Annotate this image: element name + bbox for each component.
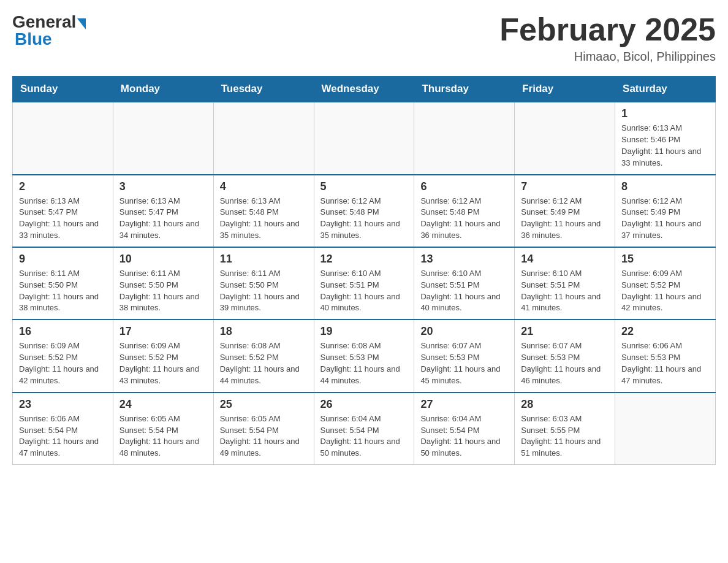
table-row: 25Sunrise: 6:05 AM Sunset: 5:54 PM Dayli… [213,393,314,465]
day-number: 20 [420,325,508,338]
table-row [13,102,113,174]
table-row: 3Sunrise: 6:13 AM Sunset: 5:47 PM Daylig… [113,175,213,247]
table-row: 26Sunrise: 6:04 AM Sunset: 5:54 PM Dayli… [314,393,414,465]
table-row [515,102,615,174]
location-subtitle: Himaao, Bicol, Philippines [499,50,716,64]
day-info: Sunrise: 6:10 AM Sunset: 5:51 PM Dayligh… [320,268,408,314]
table-row: 4Sunrise: 6:13 AM Sunset: 5:48 PM Daylig… [213,175,314,247]
logo-arrow-icon [77,18,86,29]
day-number: 10 [119,253,207,266]
table-row: 8Sunrise: 6:12 AM Sunset: 5:49 PM Daylig… [615,175,716,247]
day-number: 23 [19,398,107,411]
day-info: Sunrise: 6:06 AM Sunset: 5:53 PM Dayligh… [621,340,709,386]
day-number: 21 [521,325,609,338]
calendar-table: Sunday Monday Tuesday Wednesday Thursday… [12,76,716,465]
day-info: Sunrise: 6:12 AM Sunset: 5:49 PM Dayligh… [621,196,709,242]
day-number: 5 [320,180,408,193]
day-info: Sunrise: 6:12 AM Sunset: 5:49 PM Dayligh… [521,196,609,242]
table-row: 23Sunrise: 6:06 AM Sunset: 5:54 PM Dayli… [13,393,113,465]
day-info: Sunrise: 6:03 AM Sunset: 5:55 PM Dayligh… [521,413,609,459]
table-row: 6Sunrise: 6:12 AM Sunset: 5:48 PM Daylig… [414,175,515,247]
day-info: Sunrise: 6:13 AM Sunset: 5:48 PM Dayligh… [220,196,308,242]
day-info: Sunrise: 6:13 AM Sunset: 5:47 PM Dayligh… [119,196,207,242]
table-row: 13Sunrise: 6:10 AM Sunset: 5:51 PM Dayli… [414,247,515,320]
table-row: 24Sunrise: 6:05 AM Sunset: 5:54 PM Dayli… [113,393,213,465]
day-info: Sunrise: 6:09 AM Sunset: 5:52 PM Dayligh… [621,268,709,314]
table-row: 14Sunrise: 6:10 AM Sunset: 5:51 PM Dayli… [515,247,615,320]
day-info: Sunrise: 6:04 AM Sunset: 5:54 PM Dayligh… [420,413,508,459]
day-number: 1 [621,107,709,120]
table-row: 19Sunrise: 6:08 AM Sunset: 5:53 PM Dayli… [314,320,414,392]
day-info: Sunrise: 6:07 AM Sunset: 5:53 PM Dayligh… [420,340,508,386]
day-number: 6 [420,180,508,193]
day-number: 16 [19,325,107,338]
day-info: Sunrise: 6:04 AM Sunset: 5:54 PM Dayligh… [320,413,408,459]
table-row: 12Sunrise: 6:10 AM Sunset: 5:51 PM Dayli… [314,247,414,320]
day-info: Sunrise: 6:13 AM Sunset: 5:46 PM Dayligh… [621,123,709,169]
table-row [113,102,213,174]
calendar-week-row: 16Sunrise: 6:09 AM Sunset: 5:52 PM Dayli… [13,320,716,392]
day-number: 7 [521,180,609,193]
day-number: 18 [220,325,308,338]
table-row: 5Sunrise: 6:12 AM Sunset: 5:48 PM Daylig… [314,175,414,247]
title-area: February 2025 Himaao, Bicol, Philippines [499,12,716,64]
day-info: Sunrise: 6:11 AM Sunset: 5:50 PM Dayligh… [220,268,308,314]
table-row [615,393,716,465]
day-number: 27 [420,398,508,411]
day-number: 8 [621,180,709,193]
day-number: 9 [19,253,107,266]
table-row: 10Sunrise: 6:11 AM Sunset: 5:50 PM Dayli… [113,247,213,320]
table-row: 2Sunrise: 6:13 AM Sunset: 5:47 PM Daylig… [13,175,113,247]
table-row: 21Sunrise: 6:07 AM Sunset: 5:53 PM Dayli… [515,320,615,392]
table-row: 15Sunrise: 6:09 AM Sunset: 5:52 PM Dayli… [615,247,716,320]
page-header: General Blue February 2025 Himaao, Bicol… [12,12,716,64]
day-number: 22 [621,325,709,338]
logo-blue-text: Blue [13,29,52,49]
calendar-header-row: Sunday Monday Tuesday Wednesday Thursday… [13,77,716,102]
logo: General Blue [12,12,86,49]
day-info: Sunrise: 6:08 AM Sunset: 5:52 PM Dayligh… [220,340,308,386]
header-sunday: Sunday [13,77,113,102]
table-row [414,102,515,174]
day-number: 3 [119,180,207,193]
day-number: 11 [220,253,308,266]
header-thursday: Thursday [414,77,515,102]
header-saturday: Saturday [615,77,716,102]
table-row: 11Sunrise: 6:11 AM Sunset: 5:50 PM Dayli… [213,247,314,320]
header-monday: Monday [113,77,213,102]
day-info: Sunrise: 6:11 AM Sunset: 5:50 PM Dayligh… [119,268,207,314]
day-info: Sunrise: 6:09 AM Sunset: 5:52 PM Dayligh… [19,340,107,386]
day-info: Sunrise: 6:13 AM Sunset: 5:47 PM Dayligh… [19,196,107,242]
month-title: February 2025 [499,12,716,47]
table-row [213,102,314,174]
day-info: Sunrise: 6:10 AM Sunset: 5:51 PM Dayligh… [521,268,609,314]
header-friday: Friday [515,77,615,102]
day-number: 14 [521,253,609,266]
table-row: 9Sunrise: 6:11 AM Sunset: 5:50 PM Daylig… [13,247,113,320]
table-row: 18Sunrise: 6:08 AM Sunset: 5:52 PM Dayli… [213,320,314,392]
header-wednesday: Wednesday [314,77,414,102]
day-info: Sunrise: 6:10 AM Sunset: 5:51 PM Dayligh… [420,268,508,314]
day-info: Sunrise: 6:11 AM Sunset: 5:50 PM Dayligh… [19,268,107,314]
day-info: Sunrise: 6:07 AM Sunset: 5:53 PM Dayligh… [521,340,609,386]
day-number: 28 [521,398,609,411]
table-row: 20Sunrise: 6:07 AM Sunset: 5:53 PM Dayli… [414,320,515,392]
calendar-week-row: 23Sunrise: 6:06 AM Sunset: 5:54 PM Dayli… [13,393,716,465]
day-number: 19 [320,325,408,338]
day-number: 25 [220,398,308,411]
day-number: 13 [420,253,508,266]
day-number: 12 [320,253,408,266]
table-row: 28Sunrise: 6:03 AM Sunset: 5:55 PM Dayli… [515,393,615,465]
header-tuesday: Tuesday [213,77,314,102]
calendar-week-row: 1Sunrise: 6:13 AM Sunset: 5:46 PM Daylig… [13,102,716,174]
day-info: Sunrise: 6:09 AM Sunset: 5:52 PM Dayligh… [119,340,207,386]
day-number: 26 [320,398,408,411]
table-row: 22Sunrise: 6:06 AM Sunset: 5:53 PM Dayli… [615,320,716,392]
calendar-week-row: 9Sunrise: 6:11 AM Sunset: 5:50 PM Daylig… [13,247,716,320]
table-row: 16Sunrise: 6:09 AM Sunset: 5:52 PM Dayli… [13,320,113,392]
table-row [314,102,414,174]
table-row: 17Sunrise: 6:09 AM Sunset: 5:52 PM Dayli… [113,320,213,392]
day-info: Sunrise: 6:05 AM Sunset: 5:54 PM Dayligh… [119,413,207,459]
day-number: 2 [19,180,107,193]
day-number: 15 [621,253,709,266]
